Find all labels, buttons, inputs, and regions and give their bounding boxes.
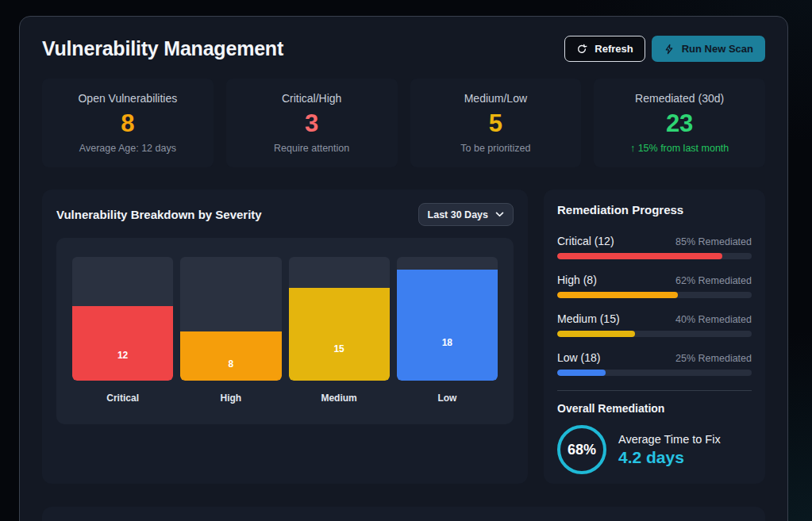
- bar-low[interactable]: 18 Low: [397, 257, 498, 404]
- bar-track: 15: [289, 257, 390, 381]
- stat-subtext: Require attention: [274, 143, 349, 154]
- divider: [557, 390, 752, 391]
- bar-value: 15: [333, 343, 344, 354]
- chevron-down-icon: [495, 212, 504, 217]
- progress-track: [557, 253, 752, 259]
- remediation-label: Low (18): [557, 351, 600, 364]
- remediation-row-low: Low (18) 25% Remediated: [557, 351, 752, 376]
- stat-card-remediated: Remediated (30d) 23 ↑ 15% from last mont…: [594, 79, 765, 167]
- remediation-row-high: High (8) 62% Remediated: [557, 274, 752, 298]
- bar-fill-medium: 15: [289, 288, 390, 381]
- overall-remediation-title: Overall Remediation: [557, 402, 752, 415]
- remediation-pct: 62% Remediated: [675, 275, 752, 286]
- progress-track: [557, 370, 752, 376]
- remediation-row-medium: Medium (15) 40% Remediated: [557, 312, 752, 337]
- stat-label: Remediated (30d): [635, 92, 724, 105]
- stat-subtext: ↑ 15% from last month: [630, 143, 729, 154]
- bar-critical[interactable]: 12 Critical: [72, 257, 173, 404]
- dashboard-header: Vulnerability Management Refresh: [42, 36, 765, 62]
- stats-row: Open Vulnerabilities 8 Average Age: 12 d…: [42, 79, 765, 167]
- vulnerability-dashboard-card: Vulnerability Management Refresh: [19, 16, 788, 521]
- bar-fill-low: 18: [397, 270, 498, 381]
- remediation-pct: 85% Remediated: [675, 236, 752, 247]
- progress-track: [557, 292, 752, 298]
- stat-subtext: To be prioritized: [460, 143, 530, 154]
- severity-bar-chart: 12 Critical 8 High: [56, 238, 514, 424]
- stat-label: Critical/High: [282, 92, 341, 105]
- stat-card-medium-low: Medium/Low 5 To be prioritized: [410, 79, 582, 167]
- stat-value: 23: [666, 110, 693, 137]
- avg-time-value: 4.2 days: [618, 448, 721, 467]
- bars-row: 12 Critical 8 High: [72, 257, 498, 404]
- bar-value: 18: [442, 337, 452, 348]
- overall-remediation-row: 68% Average Time to Fix 4.2 days: [557, 425, 752, 474]
- stat-subtext: Average Age: 12 days: [79, 143, 176, 154]
- bar-label: Low: [397, 393, 498, 404]
- bar-label: High: [180, 393, 281, 404]
- bar-track: 12: [72, 257, 173, 381]
- breakdown-title: Vulnerability Breakdown by Severity: [56, 208, 262, 221]
- refresh-icon: [576, 44, 587, 55]
- stat-card-critical-high: Critical/High 3 Require attention: [226, 79, 398, 167]
- remediation-row-critical: Critical (12) 85% Remediated: [557, 235, 752, 259]
- overall-remediation-pct: 68%: [568, 442, 596, 458]
- remediation-panel: Remediation Progress Critical (12) 85% R…: [544, 190, 765, 484]
- breakdown-panel-header: Vulnerability Breakdown by Severity Last…: [56, 203, 514, 226]
- page-title: Vulnerability Management: [42, 37, 283, 60]
- header-actions: Refresh Run New Scan: [564, 36, 765, 62]
- stat-value: 5: [489, 110, 502, 137]
- bar-label: Critical: [72, 393, 173, 404]
- progress-fill: [557, 253, 722, 259]
- stat-value: 3: [305, 110, 318, 137]
- time-range-select[interactable]: Last 30 Days: [418, 203, 514, 226]
- remediation-pct: 40% Remediated: [675, 314, 752, 325]
- time-range-value: Last 30 Days: [428, 209, 488, 220]
- next-section-panel: [42, 507, 765, 521]
- bar-value: 8: [229, 358, 234, 370]
- bar-track: 8: [180, 257, 281, 381]
- avg-time-block: Average Time to Fix 4.2 days: [618, 433, 721, 467]
- bar-fill-critical: 12: [72, 306, 173, 381]
- remediation-label: Critical (12): [557, 235, 614, 247]
- stat-label: Medium/Low: [464, 92, 527, 105]
- stat-label: Open Vulnerabilities: [78, 92, 177, 105]
- remediation-label: Medium (15): [557, 312, 620, 325]
- lightning-icon: [664, 44, 675, 55]
- refresh-button[interactable]: Refresh: [564, 36, 645, 62]
- progress-track: [557, 331, 752, 337]
- overall-remediation-ring: 68%: [557, 425, 606, 474]
- bar-fill-high: 8: [180, 331, 281, 381]
- content-row: Vulnerability Breakdown by Severity Last…: [42, 190, 765, 484]
- run-new-scan-button[interactable]: Run New Scan: [652, 36, 765, 62]
- progress-fill: [557, 370, 606, 376]
- bar-value: 12: [117, 350, 128, 361]
- progress-fill: [557, 331, 635, 337]
- remediation-title: Remediation Progress: [557, 203, 752, 216]
- bar-label: Medium: [289, 393, 390, 404]
- bar-high[interactable]: 8 High: [180, 257, 281, 404]
- progress-fill: [557, 292, 678, 298]
- bar-medium[interactable]: 15 Medium: [289, 257, 390, 404]
- breakdown-panel: Vulnerability Breakdown by Severity Last…: [42, 190, 528, 484]
- page-background: Vulnerability Management Refresh: [0, 0, 812, 521]
- remediation-label: High (8): [557, 274, 597, 286]
- run-new-scan-label: Run New Scan: [682, 43, 753, 55]
- remediation-pct: 25% Remediated: [675, 353, 752, 364]
- avg-time-label: Average Time to Fix: [618, 433, 721, 446]
- refresh-button-label: Refresh: [595, 43, 633, 55]
- bar-track: 18: [397, 257, 498, 381]
- stat-value: 8: [121, 110, 134, 137]
- stat-card-open-vulnerabilities: Open Vulnerabilities 8 Average Age: 12 d…: [42, 79, 214, 167]
